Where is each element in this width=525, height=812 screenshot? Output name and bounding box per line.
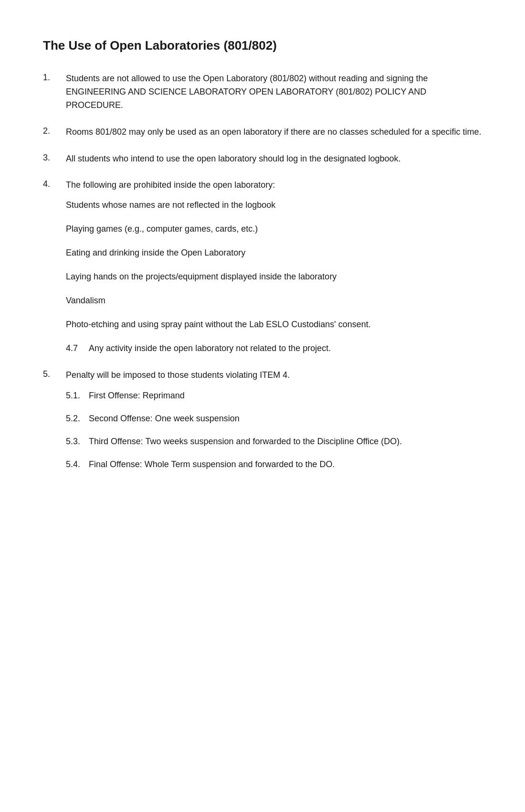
penalty-2-num: 5.2. <box>66 412 89 426</box>
penalty-item-1: 5.1. First Offense: Reprimand <box>66 389 482 403</box>
item-4-7-content: Any activity inside the open laboratory … <box>89 342 482 355</box>
prohibited-item-4: Laying hands on the projects/equipment d… <box>66 270 482 284</box>
item-3-content: All students who intend to use the open … <box>66 152 482 166</box>
item-5-intro: Penalty will be imposed to those student… <box>66 370 290 380</box>
penalty-item-4: 5.4. Final Offense: Whole Term suspensio… <box>66 458 482 471</box>
prohibited-item-2: Playing games (e.g., computer games, car… <box>66 223 482 236</box>
page-title: The Use of Open Laboratories (801/802) <box>43 38 482 53</box>
item-1-num: 1. <box>43 72 66 83</box>
penalty-1-num: 5.1. <box>66 389 89 403</box>
list-item-1: 1. Students are not allowed to use the O… <box>43 72 482 112</box>
prohibited-item-3: Eating and drinking inside the Open Labo… <box>66 246 482 260</box>
item-1-content: Students are not allowed to use the Open… <box>66 72 482 112</box>
item-4-num: 4. <box>43 179 66 189</box>
penalty-3-content: Third Offense: Two weeks suspension and … <box>89 435 482 449</box>
penalty-4-num: 5.4. <box>66 458 89 471</box>
item-5-num: 5. <box>43 369 66 379</box>
prohibited-item-5: Vandalism <box>66 294 482 308</box>
item-4-intro: The following are prohibited inside the … <box>66 180 275 190</box>
prohibited-item-1: Students whose names are not reflected i… <box>66 199 482 212</box>
list-item-4: 4. The following are prohibited inside t… <box>43 179 482 355</box>
penalty-2-content: Second Offense: One week suspension <box>89 412 482 426</box>
prohibited-item-6: Photo-etching and using spray paint with… <box>66 318 482 331</box>
list-item-5: 5. Penalty will be imposed to those stud… <box>43 369 482 481</box>
item-5-content: Penalty will be imposed to those student… <box>66 369 482 481</box>
item-3-num: 3. <box>43 152 66 163</box>
penalty-item-2: 5.2. Second Offense: One week suspension <box>66 412 482 426</box>
penalty-list: 5.1. First Offense: Reprimand 5.2. Secon… <box>66 389 482 471</box>
item-4-7-num: 4.7 <box>66 342 89 355</box>
item-2-num: 2. <box>43 126 66 136</box>
item-2-content: Rooms 801/802 may only be used as an ope… <box>66 126 482 139</box>
item-4-7: 4.7 Any activity inside the open laborat… <box>66 342 482 355</box>
list-item-2: 2. Rooms 801/802 may only be used as an … <box>43 126 482 139</box>
penalty-1-content: First Offense: Reprimand <box>89 389 482 403</box>
list-item-3: 3. All students who intend to use the op… <box>43 152 482 166</box>
penalty-3-num: 5.3. <box>66 435 89 449</box>
penalty-4-content: Final Offense: Whole Term suspension and… <box>89 458 482 471</box>
item-4-content: The following are prohibited inside the … <box>66 179 482 355</box>
prohibited-list: Students whose names are not reflected i… <box>66 199 482 331</box>
penalty-item-3: 5.3. Third Offense: Two weeks suspension… <box>66 435 482 449</box>
main-list: 1. Students are not allowed to use the O… <box>43 72 482 481</box>
